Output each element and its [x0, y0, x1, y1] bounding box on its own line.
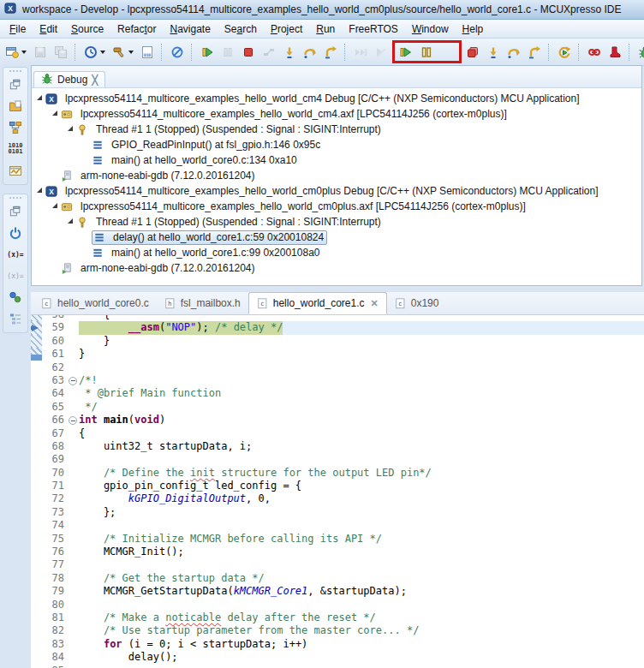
code-editor[interactable]: 58 {59 __asm("NOP"); /* delay */60 }61}6… [31, 315, 644, 668]
debug-tree-row[interactable]: Thread #1 1 (Stopped) (Suspended : Signa… [32, 122, 641, 137]
menu-help[interactable]: Help [456, 21, 491, 38]
tab-debug[interactable]: Debug ╳ [33, 71, 105, 87]
expressions-icon[interactable]: (x)= [4, 265, 27, 286]
power-quickstart-icon[interactable] [4, 223, 27, 243]
code-text: /* Make a noticable delay after the rese… [79, 611, 644, 624]
expand-arrow-icon[interactable] [37, 95, 42, 100]
line-number: 85 [42, 665, 68, 668]
code-text: * @brief Main function [79, 387, 644, 400]
annotation-ruler [31, 480, 42, 492]
menu-search[interactable]: Search [218, 21, 264, 38]
fold-ruler [68, 321, 79, 334]
link-to-editor-button[interactable] [584, 42, 605, 63]
peripherals-icon[interactable] [4, 117, 27, 138]
menu-project[interactable]: Project [264, 21, 309, 38]
restore-icon[interactable] [4, 75, 27, 95]
editor-tab-hello-world-core1-c[interactable]: chello_world_core1.c✕ [248, 292, 387, 314]
step-over-all-button[interactable] [504, 42, 524, 63]
annotation-highlight-box [392, 40, 462, 63]
debug-tab-label: Debug [57, 74, 87, 86]
debug-tree-row[interactable]: lpcxpresso54114_multicore_examples_hello… [32, 106, 641, 122]
debug-button[interactable] [635, 42, 644, 63]
editor-tab-fsl-mailbox-h[interactable]: hfsl_mailbox.h [157, 292, 248, 314]
menu-file[interactable]: File [3, 21, 33, 38]
step-return-button[interactable] [320, 42, 341, 63]
code-text: } [79, 348, 644, 361]
menu-run[interactable]: Run [309, 21, 342, 38]
launch-config-button[interactable] [80, 42, 109, 63]
red-trace-button[interactable] [605, 42, 625, 63]
registers-icon[interactable]: 10100101 [4, 139, 27, 159]
code-text: /*! [79, 374, 644, 387]
line-number: 60 [42, 335, 68, 348]
debug-tree-row[interactable]: Xlpcxpresso54114_multicore_examples_hell… [32, 183, 641, 199]
fold-collapse-icon[interactable] [68, 374, 79, 387]
toolbar-separator [344, 44, 347, 61]
menu-window[interactable]: Window [405, 21, 456, 38]
step-into-all-button[interactable] [483, 42, 504, 63]
new-wizard-button[interactable] [2, 42, 30, 63]
selected-stack-frame: delay() at hello_world_core1.c:59 0x2001… [92, 230, 327, 245]
debug-tree-row[interactable]: Thread #1 1 (Stopped) (Suspended : Signa… [32, 214, 641, 230]
debug-tree-row[interactable]: GPIO_ReadPinInput() at fsl_gpio.h:146 0x… [32, 137, 641, 152]
menu-navigate[interactable]: Navigate [163, 21, 217, 38]
resume-button[interactable] [197, 42, 218, 63]
menu-edit[interactable]: Edit [33, 21, 64, 38]
restore-icon[interactable] [4, 201, 27, 222]
code-line-66: 66int main(void) [31, 414, 644, 426]
debug-tree-row[interactable]: arm-none-eabi-gdb (7.12.0.20161204) [32, 260, 641, 276]
c-file-icon: c [41, 297, 53, 310]
drag-handle[interactable] [3, 194, 27, 200]
toolbar-separator [578, 44, 581, 61]
close-icon[interactable]: ╳ [92, 75, 98, 86]
fold-collapse-icon[interactable] [68, 414, 79, 426]
step-over-button[interactable] [300, 42, 320, 63]
toolbar-separator [161, 44, 164, 61]
restart-button[interactable] [554, 42, 575, 63]
stack-frame-icon [92, 139, 108, 152]
menu-source[interactable]: Source [64, 21, 110, 38]
resume-all-debug-sessions-button[interactable] [396, 42, 416, 63]
menu-freertos[interactable]: FreeRTOS [342, 21, 405, 38]
code-line-73: 73 }; [31, 506, 644, 519]
menu-refactor[interactable]: Refactor [110, 21, 163, 38]
expand-arrow-icon[interactable] [52, 203, 57, 208]
code-line-72: 72 kGPIO_DigitalOutput, 0, [31, 492, 644, 505]
suspend-all-debug-sessions-button[interactable] [416, 42, 437, 63]
debug-tree-row[interactable]: delay() at hello_world_core1.c:59 0x2001… [32, 230, 641, 245]
code-text: int main(void) [79, 414, 644, 426]
skip-all-breakpoints-button[interactable] [167, 42, 188, 63]
expand-arrow-icon[interactable] [52, 110, 57, 116]
debug-tree-row[interactable]: lpcxpresso54114_multicore_examples_hello… [32, 199, 641, 214]
terminate-all-debug-sessions-button[interactable] [462, 42, 483, 63]
project-explorer-icon[interactable] [4, 96, 27, 116]
svg-text:X: X [8, 4, 13, 13]
build-button[interactable] [109, 42, 137, 63]
breakpoints-icon[interactable] [4, 287, 27, 307]
expand-arrow-icon[interactable] [37, 188, 42, 193]
debug-tree-row[interactable]: arm-none-eabi-gdb (7.12.0.20161204) [32, 168, 641, 183]
code-text [79, 599, 644, 611]
debug-tree-row[interactable]: main() at hello_world_core1.c:99 0x20010… [32, 245, 641, 260]
gui-flash-tool-button[interactable]: 010 [137, 42, 158, 63]
fold-ruler [68, 585, 79, 598]
outline-icon[interactable] [4, 308, 27, 329]
drag-handle[interactable] [3, 68, 27, 74]
annotation-ruler [31, 467, 42, 480]
terminate-button[interactable] [238, 42, 259, 63]
expand-arrow-icon[interactable] [68, 126, 73, 131]
variables-icon[interactable]: (x)= [4, 244, 27, 265]
symboler-view-icon[interactable] [4, 160, 27, 181]
chevron-down-icon [100, 51, 105, 54]
line-number: 75 [42, 533, 68, 546]
close-icon[interactable]: ✕ [371, 298, 379, 309]
debug-tree-row[interactable]: main() at hello_world_core0.c:134 0xa10 [32, 152, 641, 168]
debug-tree-row[interactable]: Xlpcxpresso54114_multicore_examples_hell… [32, 91, 641, 106]
editor-tab-hello-world-core0-c[interactable]: chello_world_core0.c [33, 292, 157, 314]
expand-arrow-icon[interactable] [68, 218, 73, 224]
minimized-views-sidebar: 10100101(x)=(x)= [0, 64, 31, 668]
annotation-ruler [31, 440, 42, 453]
step-return-all-button[interactable] [524, 42, 545, 63]
step-into-button[interactable] [279, 42, 300, 63]
editor-tab-0x190[interactable]: c0x190 [387, 292, 447, 314]
